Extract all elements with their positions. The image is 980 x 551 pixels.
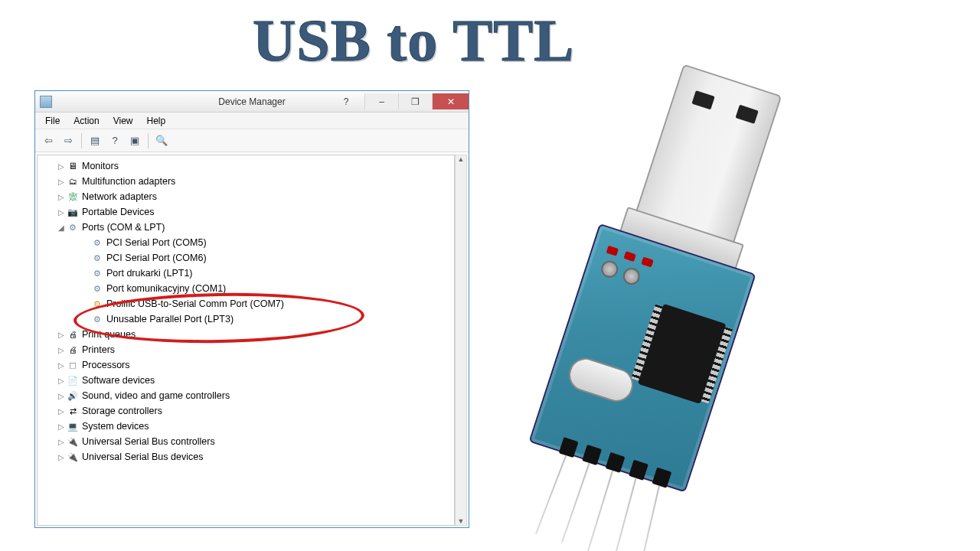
tree-item[interactable]: ▷Portable Devices [38, 204, 454, 220]
capacitor [599, 259, 620, 280]
tree-item-label: PCI Serial Port (COM6) [106, 253, 207, 263]
net-icon [67, 191, 79, 203]
tree-item[interactable]: ▷Universal Serial Bus controllers [38, 434, 454, 449]
tree-item[interactable]: ▷Print queues [38, 327, 454, 342]
content-area: ▷Monitors▷Multifunction adapters▷Network… [35, 152, 469, 527]
tree-item[interactable]: PCI Serial Port (COM5) [38, 235, 454, 250]
header-pin [559, 437, 579, 458]
sound-icon [67, 390, 79, 402]
tree-item-label: PCI Serial Port (COM5) [106, 237, 207, 248]
port-icon [91, 252, 103, 264]
storage-icon [67, 405, 79, 417]
header-pin [652, 468, 672, 488]
adapter-icon [67, 175, 79, 187]
show-hidden-icon[interactable]: ▤ [87, 132, 103, 149]
tree-item-label: Storage controllers [82, 406, 162, 416]
expander-icon[interactable]: ▷ [56, 208, 67, 217]
header-pin [606, 452, 626, 473]
device-tree[interactable]: ▷Monitors▷Multifunction adapters▷Network… [37, 155, 455, 526]
tree-item-label: Monitors [82, 161, 119, 171]
usb-opening [691, 90, 714, 109]
tree-item[interactable]: ▷Software devices [38, 373, 454, 388]
tree-item-label: Sound, video and game controllers [82, 390, 230, 401]
tree-item[interactable]: ▷Network adapters [38, 189, 454, 204]
help-icon[interactable]: ? [106, 132, 123, 149]
tree-item[interactable]: Port komunikacyjny (COM1) [38, 281, 454, 296]
tree-item[interactable]: Port drukarki (LPT1) [38, 266, 454, 281]
tree-item[interactable]: Prolific USB-to-Serial Comm Port (COM7) [38, 296, 454, 311]
tree-item-label: Port drukarki (LPT1) [106, 268, 193, 279]
tree-item-label: Software devices [82, 375, 155, 386]
tree-item[interactable]: ▷Multifunction adapters [38, 174, 454, 189]
forward-icon[interactable]: ⇨ [60, 132, 77, 149]
expander-icon[interactable]: ▷ [56, 193, 67, 201]
tree-item-label: Printers [82, 344, 115, 355]
menu-action[interactable]: Action [67, 116, 106, 126]
tree-item-label: Prolific USB-to-Serial Comm Port (COM7) [106, 298, 284, 309]
tree-item-label: Port komunikacyjny (COM1) [106, 283, 226, 294]
expander-icon[interactable]: ◢ [56, 223, 67, 232]
header-pin [629, 460, 648, 481]
tree-item[interactable]: ▷Printers [38, 342, 454, 357]
tree-item-label: Universal Serial Bus controllers [82, 436, 215, 447]
toolbar: ⇦ ⇨ ▤ ? ▣ 🔍 [35, 129, 469, 152]
header-pin [582, 445, 602, 465]
vertical-scrollbar[interactable]: ▲ ▼ [455, 155, 467, 526]
toolbar-separator [148, 133, 149, 148]
usb-icon [67, 451, 79, 463]
ic-chip [638, 304, 727, 404]
expander-icon[interactable]: ▷ [56, 361, 67, 370]
port-icon [91, 267, 103, 279]
tree-item[interactable]: ▷Sound, video and game controllers [38, 388, 454, 403]
usb-icon [67, 435, 79, 448]
tree-item[interactable]: ▷Monitors [38, 158, 454, 174]
expander-icon[interactable]: ▷ [56, 178, 67, 186]
scroll-down-icon[interactable]: ▼ [458, 517, 465, 525]
capacitor [621, 266, 642, 287]
sw-icon [67, 374, 79, 386]
led-indicator [623, 251, 635, 262]
menu-help[interactable]: Help [140, 116, 173, 126]
menu-file[interactable]: File [38, 116, 67, 126]
titlebar[interactable]: Device Manager ? – ❐ ✕ [35, 91, 469, 112]
back-icon[interactable]: ⇦ [40, 132, 57, 149]
crystal-oscillator [564, 354, 637, 406]
pcb-board [528, 223, 756, 493]
expander-icon[interactable]: ▷ [56, 422, 67, 431]
expander-icon[interactable]: ▷ [56, 453, 67, 461]
port-icon [91, 236, 103, 249]
tree-item[interactable]: ▷Universal Serial Bus devices [38, 449, 454, 465]
menubar: File Action View Help [35, 112, 469, 129]
portable-icon [67, 206, 79, 218]
scroll-up-icon[interactable]: ▲ [458, 155, 465, 163]
tree-item[interactable]: ◢Ports (COM & LPT) [38, 220, 454, 235]
port-warn-icon [91, 298, 103, 310]
expander-icon[interactable]: ▷ [56, 331, 67, 339]
properties-icon[interactable]: ▣ [126, 132, 143, 149]
tree-item[interactable]: PCI Serial Port (COM6) [38, 250, 454, 266]
monitor-icon [67, 160, 79, 172]
tree-item[interactable]: ▷Processors [38, 357, 454, 373]
window-help-button[interactable]: ? [334, 93, 358, 109]
tree-item-label: Unusable Parallel Port (LPT3) [106, 314, 234, 324]
minimize-button[interactable]: – [364, 93, 398, 109]
maximize-button[interactable]: ❐ [398, 93, 432, 109]
app-icon [40, 96, 52, 108]
tree-item[interactable]: ▷System devices [38, 419, 454, 434]
usb-ttl-adapter-image [449, 33, 916, 551]
expander-icon[interactable]: ▷ [56, 392, 67, 400]
tree-item-label: Ports (COM & LPT) [82, 222, 165, 233]
expander-icon[interactable]: ▷ [56, 346, 67, 354]
scan-icon[interactable]: 🔍 [153, 132, 170, 149]
menu-view[interactable]: View [106, 116, 140, 126]
toolbar-separator [81, 133, 82, 148]
cpu-icon [67, 359, 79, 371]
expander-icon[interactable]: ▷ [56, 377, 67, 385]
expander-icon[interactable]: ▷ [56, 407, 67, 416]
expander-icon[interactable]: ▷ [56, 438, 67, 446]
close-button[interactable]: ✕ [432, 93, 469, 109]
tree-item[interactable]: ▷Storage controllers [38, 403, 454, 419]
page-title: USB to TTL [253, 6, 574, 75]
tree-item[interactable]: Unusable Parallel Port (LPT3) [38, 311, 454, 327]
expander-icon[interactable]: ▷ [56, 162, 67, 171]
